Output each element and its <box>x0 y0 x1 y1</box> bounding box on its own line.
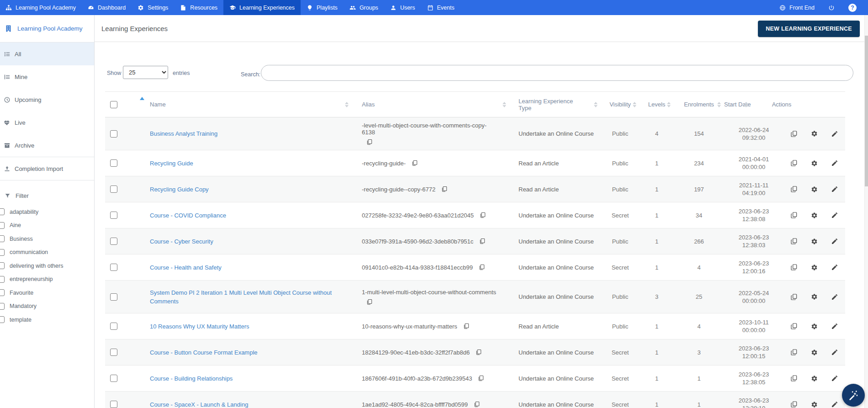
row-settings-button[interactable] <box>811 349 818 356</box>
duplicate-row-button[interactable] <box>790 323 798 330</box>
row-name-link[interactable]: Course - SpaceX - Launch & Landing <box>150 400 248 408</box>
row-settings-button[interactable] <box>811 323 818 330</box>
column-header-start_date[interactable]: Start Date <box>724 92 751 117</box>
row-name-link[interactable]: Course - Building Relationships <box>150 374 233 383</box>
magic-wand-fab[interactable] <box>842 384 865 407</box>
row-name-link[interactable]: Course - Button Course Format Example <box>150 348 258 357</box>
copy-alias-icon[interactable] <box>366 299 373 305</box>
row-name-link[interactable]: Recycling Guide <box>150 159 193 168</box>
copy-alias-icon[interactable] <box>463 323 470 329</box>
column-header-enrolments[interactable]: Enrolments <box>674 92 724 117</box>
duplicate-row-button[interactable] <box>790 349 798 356</box>
nav-item-users[interactable]: Users <box>384 0 421 15</box>
row-name-link[interactable]: Recycling Guide Copy <box>150 185 209 194</box>
edit-row-button[interactable] <box>831 212 838 219</box>
sidebar-item-live[interactable]: Live <box>0 111 94 134</box>
nav-item-playlists[interactable]: Playlists <box>301 0 344 15</box>
row-name-link[interactable]: Course - COVID Compliance <box>150 211 226 220</box>
nav-item-learning-experiences[interactable]: Learning Experiences <box>223 0 301 15</box>
column-header-type[interactable]: Learning Experience Type <box>509 92 601 117</box>
row-settings-button[interactable] <box>811 212 818 219</box>
duplicate-row-button[interactable] <box>790 130 798 138</box>
page-size-select[interactable]: 25 <box>123 66 168 79</box>
search-input[interactable] <box>261 65 853 81</box>
sidebar-item-all[interactable]: All <box>0 42 94 65</box>
row-checkbox[interactable] <box>110 323 117 330</box>
row-checkbox[interactable] <box>110 264 117 271</box>
edit-row-button[interactable] <box>831 159 838 167</box>
scrollbar-thumb[interactable] <box>865 36 868 186</box>
sidebar-item-archive[interactable]: Archive <box>0 134 94 157</box>
row-name-link[interactable]: Course - Cyber Security <box>150 237 213 246</box>
row-name-link[interactable]: Business Analyst Training <box>150 129 217 138</box>
row-settings-button[interactable] <box>811 375 818 382</box>
copy-alias-icon[interactable] <box>412 160 418 166</box>
filter-checkbox[interactable] <box>0 222 5 229</box>
row-settings-button[interactable] <box>811 160 818 167</box>
row-settings-button[interactable] <box>811 186 818 193</box>
row-name-link[interactable]: System Demo PI 2 Iteration 1 Multi Level… <box>150 288 333 306</box>
copy-alias-icon[interactable] <box>476 349 482 355</box>
row-name-link[interactable]: Course - Health and Safety <box>150 263 222 272</box>
filter-checkbox[interactable] <box>0 276 5 283</box>
copy-alias-icon[interactable] <box>480 212 486 218</box>
row-checkbox[interactable] <box>110 238 117 245</box>
row-settings-button[interactable] <box>811 238 818 245</box>
row-checkbox[interactable] <box>110 212 117 219</box>
row-checkbox[interactable] <box>110 130 117 138</box>
edit-row-button[interactable] <box>831 349 838 356</box>
edit-row-button[interactable] <box>831 375 838 382</box>
nav-brand[interactable]: Learning Pool Academy <box>0 0 82 15</box>
filter-checkbox[interactable] <box>0 303 5 310</box>
copy-alias-icon[interactable] <box>441 186 448 192</box>
copy-alias-icon[interactable] <box>479 264 485 270</box>
nav-item-front-end[interactable]: Front End <box>773 5 820 11</box>
nav-item-events[interactable]: Events <box>421 0 460 15</box>
column-header-levels[interactable]: Levels <box>640 92 674 117</box>
duplicate-row-button[interactable] <box>790 264 798 271</box>
sidebar-item-completion-import[interactable]: Completion Import <box>0 157 94 180</box>
row-settings-button[interactable] <box>811 130 818 137</box>
row-name-link[interactable]: 10 Reasons Why UX Maturity Matters <box>150 322 249 331</box>
edit-row-button[interactable] <box>831 264 838 271</box>
row-checkbox[interactable] <box>110 349 117 356</box>
edit-row-button[interactable] <box>831 401 838 408</box>
filter-checkbox[interactable] <box>0 262 5 269</box>
new-learning-experience-button[interactable]: NEW LEARNING EXPERIENCE <box>758 21 860 37</box>
select-all-checkbox[interactable] <box>110 101 117 108</box>
row-checkbox[interactable] <box>110 185 117 193</box>
sidebar-item-mine[interactable]: Mine <box>0 65 94 88</box>
edit-row-button[interactable] <box>831 238 838 245</box>
sidebar-brand[interactable]: Learning Pool Academy <box>0 15 94 42</box>
nav-item-groups[interactable]: Groups <box>344 0 384 15</box>
row-checkbox[interactable] <box>110 293 117 301</box>
duplicate-row-button[interactable] <box>790 185 798 193</box>
duplicate-row-button[interactable] <box>790 159 798 167</box>
edit-row-button[interactable] <box>831 130 838 138</box>
duplicate-row-button[interactable] <box>790 212 798 219</box>
sidebar-item-upcoming[interactable]: Upcoming <box>0 88 94 111</box>
column-header-name[interactable]: Name <box>132 92 352 117</box>
duplicate-row-button[interactable] <box>790 238 798 245</box>
edit-row-button[interactable] <box>831 185 838 193</box>
nav-item-logout[interactable] <box>822 5 841 11</box>
duplicate-row-button[interactable] <box>790 401 798 408</box>
row-checkbox[interactable] <box>110 375 117 382</box>
row-settings-button[interactable] <box>811 401 818 408</box>
nav-item-resources[interactable]: Resources <box>174 0 223 15</box>
nav-item-settings[interactable]: Settings <box>132 0 174 15</box>
nav-item-dashboard[interactable]: Dashboard <box>82 0 132 15</box>
nav-item-help[interactable]: ? <box>842 4 863 12</box>
filter-checkbox[interactable] <box>0 208 5 215</box>
copy-alias-icon[interactable] <box>474 401 480 408</box>
duplicate-row-button[interactable] <box>790 293 798 301</box>
column-header-visibility[interactable]: Visibility <box>601 92 640 117</box>
copy-alias-icon[interactable] <box>479 238 486 244</box>
edit-row-button[interactable] <box>831 293 838 301</box>
copy-alias-icon[interactable] <box>366 139 373 145</box>
edit-row-button[interactable] <box>831 323 838 330</box>
row-settings-button[interactable] <box>811 264 818 271</box>
filter-checkbox[interactable] <box>0 249 5 256</box>
filter-checkbox[interactable] <box>0 316 5 323</box>
copy-alias-icon[interactable] <box>478 375 484 382</box>
